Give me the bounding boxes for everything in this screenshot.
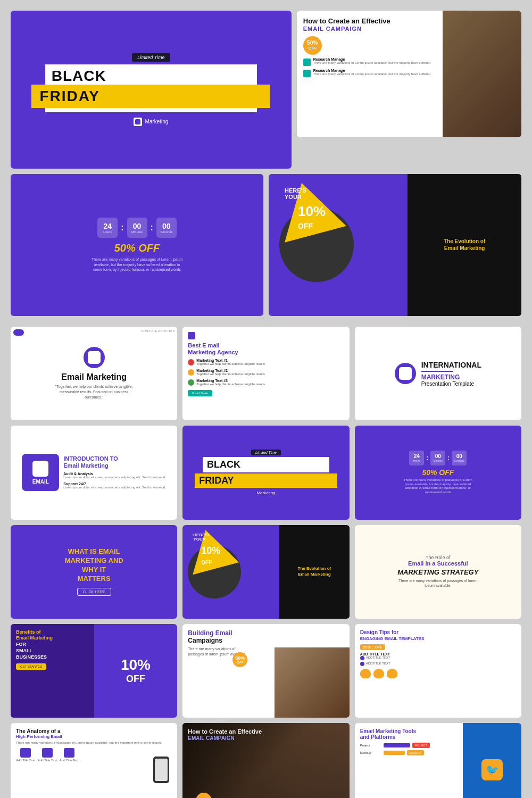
design-item-text-1: ADDTITLE TEXT (366, 656, 390, 660)
row-3: TEMPLATE RATIO 16:9 Email Marketing "Tog… (11, 327, 521, 420)
anatomy-label-1: Add Title Text (16, 759, 35, 762)
colon-1-sm: : (426, 454, 428, 462)
mockup-tag: MOCKUP (407, 750, 424, 755)
countdown-boxes-sm: 24 Hours : 00 Minutes : 00 Seconds (409, 451, 467, 466)
design-dot-1 (360, 656, 364, 660)
anatomy-icon-3 (64, 748, 74, 758)
bf-white-sm: BLACK (203, 457, 329, 472)
slide-countdown-large: 24 Hours : 00 Minutes : 00 Seconds 50% O… (11, 174, 263, 316)
black-box-sm: The Evolution of Email Marketing (279, 525, 350, 619)
campaign-title: How to Create an Effective (303, 17, 390, 26)
tools-item-2: Mockup MOCKUP (360, 750, 430, 755)
read-more-btn[interactable]: Read More (188, 390, 212, 396)
minutes-box-sm: 00 Minutes (430, 451, 445, 466)
anatomy-label-2: Add Title Text (38, 759, 57, 762)
pct-sm: 10% (201, 545, 220, 556)
role-title1: The Role of (426, 555, 451, 560)
campaign-item-2: Research Manage There are many variation… (303, 69, 430, 77)
benefits-left: Benefits of Email Marketing FOR SMALL BU… (11, 624, 94, 718)
friday-bar: FRIDAY (31, 85, 270, 108)
anatomy-box-3: Add Title Text (60, 748, 79, 762)
project-tag: PROJECT (412, 743, 430, 748)
add-title: ADD TITLE TEXT (360, 652, 390, 656)
design-badge: 50% :: OFF (360, 644, 386, 650)
limited-sm: Limited Time (251, 450, 281, 455)
bf-white-box: BLACK FRIDAY (45, 64, 257, 112)
countdown-boxes: 24 Hours : 00 Minutes : 00 Seconds (97, 218, 177, 238)
intl-subtitle: MARKETING (421, 373, 481, 381)
slide-role-email: The Role of Email in a Successful MARKET… (355, 525, 521, 619)
badge-50off: 50% OFF (303, 36, 322, 55)
intl-subtitle2: Presentation Template (421, 381, 481, 387)
em-title: Email Marketing (61, 372, 127, 382)
tools-logo: 🐦 (481, 759, 503, 780)
minutes-box: 00 Minutes (127, 218, 147, 238)
colon-1: : (121, 223, 123, 232)
small-brand-icon (188, 332, 195, 339)
mitem-1: Marketing Text #1 Together we help clien… (188, 359, 265, 367)
friday-text: FRIDAY (39, 88, 100, 104)
off-text: OFF (298, 222, 313, 230)
evo-sm: The Evolution of Email Marketing (298, 566, 331, 577)
row-1: Limited Time BLACK FRIDAY Marketing How … (11, 11, 521, 169)
anatomy-label-3: Add Title Text (60, 759, 79, 762)
mitem-2: Marketing Text #2 Together we help clien… (188, 369, 265, 377)
tools-items: Project PROJECT Mockup MOCKUP (360, 743, 430, 755)
intl-logo-inner (399, 367, 412, 380)
slide-what-is-email: WHAT IS EMAIL MARKETING AND WHY IT MATTE… (11, 525, 177, 619)
phone-mockup (153, 757, 169, 783)
slide-10off-large: HERE'S YOUR 10% OFF The Evolution of Ema… (269, 174, 521, 316)
item-icon-2 (303, 70, 311, 77)
slide-best-email-agency: Best E mail Marketing Agency Marketing T… (182, 327, 349, 420)
mitem-icon-3 (188, 379, 194, 386)
piggy-row (360, 669, 397, 678)
anatomy-icon-1 (20, 748, 31, 758)
slide-building-campaigns: Building EmailCampaigns There are many v… (182, 624, 349, 718)
anatomy-box-1: Add Title Text (16, 748, 35, 762)
tools-label-2: Mockup (360, 751, 381, 754)
slide-tools-platforms: Email Marketing Toolsand Platforms 🐦 Pro… (355, 723, 521, 798)
item-icon-1 (303, 59, 311, 66)
discount-sm: 50% OFF (422, 468, 454, 477)
countdown-desc-sm: There are many variations of passages of… (401, 478, 475, 495)
row-6: Benefits of Email Marketing FOR SMALL BU… (11, 624, 521, 718)
seconds-box-sm: 00 Seconds (452, 451, 467, 466)
intro-title: INTRODUCTION TO Email Marketing (63, 455, 166, 469)
hours-box-sm: 24 Hours (409, 451, 424, 466)
row-5: WHAT IS EMAIL MARKETING AND WHY IT MATTE… (11, 525, 521, 619)
tools-bar-2 (384, 751, 405, 755)
mitem-icon-1 (188, 359, 194, 365)
slide-countdown-small: 24 Hours : 00 Minutes : 00 Seconds 50% O… (355, 426, 521, 519)
anatomy-subtitle: High-Performing Email (16, 734, 62, 739)
what-title: WHAT IS EMAIL MARKETING AND WHY IT MATTE… (65, 547, 123, 584)
item-text-2: Research Manage There are many variation… (313, 69, 430, 77)
percent-10: 10% (298, 203, 326, 220)
slide-benefits: Benefits of Email Marketing FOR SMALL BU… (11, 624, 177, 718)
tools-blue-box: 🐦 (463, 723, 521, 798)
piggy-icon-3 (387, 669, 397, 678)
intl-text-block: INTERNATIONAL MARKETING Presentation Tem… (421, 361, 481, 387)
intl-divider (421, 371, 453, 372)
tools-bar-1 (384, 743, 410, 747)
friday-sm: FRIDAY (199, 475, 234, 486)
anatomy-box-2: Add Title Text (38, 748, 57, 762)
click-here-btn[interactable]: CLICK HERE (77, 588, 111, 596)
colon-2-sm: : (447, 454, 450, 462)
em-logo-inner (88, 351, 101, 364)
em-subtitle: "Together, we help our clients achieve t… (54, 384, 134, 400)
row-2: 24 Hours : 00 Minutes : 00 Seconds 50% O… (11, 174, 521, 316)
brand-row: Marketing (134, 118, 168, 126)
tools-item-1: Project PROJECT (360, 743, 430, 748)
tools-logo-bird: 🐦 (486, 763, 499, 776)
anatomy-title: The Anatomy of a (16, 728, 61, 734)
black-sm: BLACK (207, 459, 240, 470)
slide-anatomy: The Anatomy of a High-Performing Email T… (11, 723, 177, 798)
benefits-right: 10% OFF (94, 624, 178, 718)
building-title: Building EmailCampaigns (188, 629, 232, 644)
intro-email-text: EMAIL (32, 479, 49, 485)
intro-logo-sq (32, 461, 48, 477)
slide-10off-small: HERE'S YOUR 10% OFF The Evolution of Ema… (182, 525, 349, 619)
evolution-box: The Evolution of Email Marketing (408, 174, 521, 316)
get-started-btn[interactable]: GET STARTED (16, 663, 46, 670)
design-item-1: ADDTITLE TEXT (360, 656, 390, 660)
